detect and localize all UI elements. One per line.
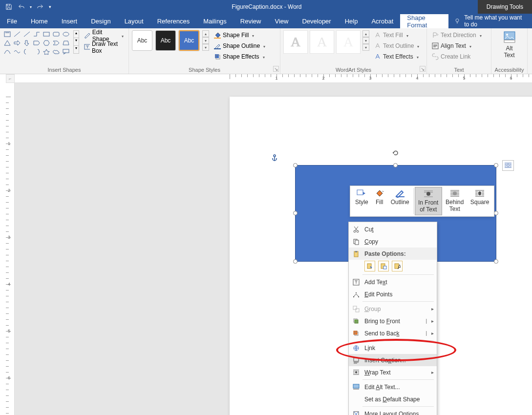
resize-handle-br[interactable]	[494, 259, 498, 264]
horizontal-ruler[interactable]: 123456	[15, 74, 532, 83]
shape-arrowd-icon[interactable]	[22, 39, 31, 47]
shape-triangle-icon[interactable]	[3, 39, 12, 47]
save-button[interactable]	[3, 1, 15, 13]
gallery-down[interactable]: ▾	[73, 38, 79, 46]
resize-handle-bl[interactable]	[293, 259, 298, 264]
shape-callout-icon[interactable]	[62, 48, 70, 56]
cm-edit-points[interactable]: Edit Points	[349, 288, 437, 300]
shape-curve-icon[interactable]	[3, 48, 12, 56]
shape-cloud-icon[interactable]	[52, 48, 61, 56]
shape-wavy-icon[interactable]	[13, 48, 21, 56]
tell-me-search[interactable]: Tell me what you want to do	[448, 14, 532, 28]
resize-handle-t[interactable]	[393, 163, 398, 167]
shape-connector-icon[interactable]	[32, 30, 41, 38]
resize-handle-tr[interactable]	[494, 163, 498, 167]
tab-view[interactable]: View	[268, 14, 295, 28]
tab-insert[interactable]: Insert	[55, 14, 85, 28]
style-preset-2[interactable]: Abc	[155, 30, 176, 51]
tab-review[interactable]: Review	[234, 14, 268, 28]
undo-button[interactable]	[16, 1, 27, 13]
tab-design[interactable]: Design	[84, 14, 117, 28]
vertical-ruler[interactable]: 123456	[6, 83, 15, 415]
draw-text-box-button[interactable]: Draw Text Box	[82, 42, 126, 53]
gallery-up[interactable]: ▴	[73, 30, 79, 38]
paste-option-1[interactable]	[364, 261, 375, 271]
tab-mailings[interactable]: Mailings	[196, 14, 234, 28]
mini-square-button[interactable]: Square	[468, 187, 492, 215]
shape-brace2-icon[interactable]	[32, 48, 41, 56]
tab-help[interactable]: Help	[338, 14, 365, 28]
cm-edit-alt-text[interactable]: Edit Alt Text...	[349, 381, 437, 393]
tab-file[interactable]: File	[0, 14, 24, 28]
tab-home[interactable]: Home	[24, 14, 55, 28]
mini-outline-button[interactable]: Outline	[388, 187, 412, 215]
shape-rect-icon[interactable]	[42, 30, 51, 38]
shape-star-icon[interactable]	[42, 48, 51, 56]
qat-customize[interactable]: ▾	[47, 1, 53, 13]
layout-options-button[interactable]	[502, 160, 514, 171]
tab-layout[interactable]: Layout	[118, 14, 150, 28]
wordart-preset-1[interactable]: A	[283, 30, 308, 54]
align-text-button[interactable]: Align Text	[430, 41, 484, 51]
cm-insert-caption[interactable]: Insert Caption...	[349, 354, 437, 366]
mini-behind-button[interactable]: Behind Text	[442, 187, 468, 215]
shape-gallery[interactable]	[3, 30, 70, 56]
gallery-more[interactable]: ▾	[73, 46, 79, 54]
shape-brace-icon[interactable]	[22, 48, 31, 56]
text-fill-button[interactable]: Text Fill	[372, 30, 421, 40]
create-link-button[interactable]: Create Link	[430, 52, 484, 62]
resize-handle-l[interactable]	[293, 211, 298, 215]
shape-pentagon-icon[interactable]	[32, 39, 41, 47]
mini-style-button[interactable]: Style	[352, 187, 371, 215]
undo-dropdown[interactable]: ▾	[28, 1, 33, 13]
rotate-handle[interactable]	[392, 149, 400, 157]
cm-send-back[interactable]: Send to Back|▸	[349, 327, 437, 339]
shape-chevron-icon[interactable]	[52, 39, 61, 47]
paste-option-3[interactable]: A	[392, 261, 403, 271]
shape-outline-button[interactable]: Shape Outline	[212, 41, 267, 51]
mini-fill-button[interactable]: Fill	[371, 187, 388, 215]
document-area[interactable]: Style Fill Outline In Front of Text Behi…	[15, 83, 532, 415]
style-preset-3[interactable]: Abc	[179, 30, 199, 51]
cm-link[interactable]: Link	[349, 342, 437, 354]
shape-hex-icon[interactable]	[42, 39, 51, 47]
cm-more-layout[interactable]: More Layout Options...	[349, 408, 437, 415]
redo-button[interactable]	[34, 1, 46, 13]
shape-trap-icon[interactable]	[62, 39, 70, 47]
shape-styles-launcher[interactable]: ↘	[273, 66, 279, 72]
shape-roundrect-icon[interactable]	[52, 30, 61, 38]
shape-arrowr-icon[interactable]	[13, 39, 21, 47]
cm-wrap-text[interactable]: Wrap Text▸	[349, 366, 437, 378]
tab-developer[interactable]: Developer	[295, 14, 338, 28]
wordart-gallery-spinner[interactable]: ▴▾▾	[362, 30, 369, 54]
cm-add-text[interactable]: Add Text	[349, 276, 437, 288]
shape-textbox-icon[interactable]	[3, 30, 12, 38]
cm-bring-front[interactable]: Bring to Front|▸	[349, 315, 437, 327]
cm-cut[interactable]: Cut	[349, 223, 437, 235]
svg-rect-8	[214, 48, 221, 49]
style-preset-1[interactable]: Abc	[132, 30, 152, 51]
resize-handle-tl[interactable]	[293, 163, 298, 167]
wordart-preset-2[interactable]: A	[310, 30, 334, 54]
shape-fill-button[interactable]: Shape Fill	[212, 30, 267, 40]
edit-shape-button[interactable]: Edit Shape	[82, 30, 126, 41]
tab-references[interactable]: References	[150, 14, 196, 28]
page[interactable]: Style Fill Outline In Front of Text Behi…	[230, 97, 532, 415]
wordart-preset-3[interactable]: A	[336, 30, 361, 54]
shape-oval-icon[interactable]	[62, 30, 70, 38]
shape-line-icon[interactable]	[13, 30, 21, 38]
text-direction-button[interactable]: Text Direction	[430, 30, 484, 40]
text-outline-button[interactable]: Text Outline	[372, 41, 421, 51]
cm-default-shape[interactable]: Set as Default Shape	[349, 393, 437, 405]
shape-effects-button[interactable]: Shape Effects	[212, 52, 267, 62]
style-gallery-spinner[interactable]: ▴▾▾	[202, 30, 209, 51]
paste-option-2[interactable]	[378, 261, 389, 271]
mini-infront-button[interactable]: In Front of Text	[415, 187, 442, 215]
wordart-launcher[interactable]: ↘	[420, 66, 426, 72]
tab-acrobat[interactable]: Acrobat	[364, 14, 400, 28]
tab-shape-format[interactable]: Shape Format	[400, 14, 448, 28]
cm-copy[interactable]: Copy	[349, 235, 437, 248]
alt-text-button[interactable]: Alt Text	[499, 30, 520, 59]
text-effects-button[interactable]: Text Effects	[372, 52, 421, 62]
shape-line2-icon[interactable]	[22, 30, 31, 38]
